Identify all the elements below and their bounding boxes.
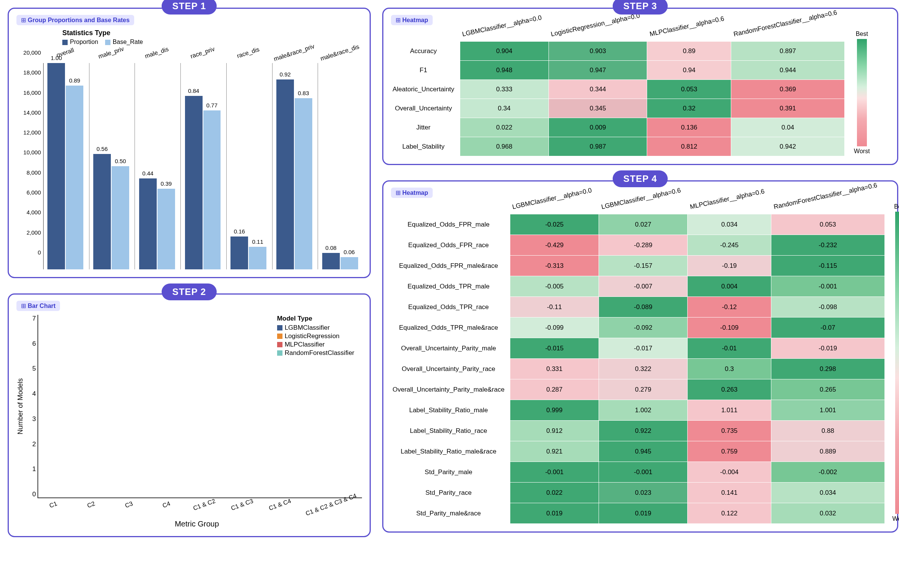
heatmap-row-header: Label_Stability_Ratio_male&race <box>391 441 510 462</box>
xtick: C4 <box>153 497 180 512</box>
bar: 0.56 <box>93 154 111 269</box>
bar-group: race_priv0.840.77 <box>180 49 225 269</box>
heatmap-col-header: LGBMClassifier__alpha=0.0 <box>457 11 547 41</box>
heatmap-cell: 0.945 <box>599 441 688 462</box>
bar: 0.84 <box>185 96 203 269</box>
heatmap-cell: -0.004 <box>688 462 771 483</box>
ytick: 2 <box>27 441 36 448</box>
heatmap-cell: -0.19 <box>688 256 771 276</box>
ytick: 6,000 <box>16 189 41 196</box>
heatmap-cell: -0.025 <box>510 214 599 235</box>
heatmap-row-header: Equalized_Odds_TPR_male <box>391 276 510 297</box>
heatmap-cell: 0.04 <box>731 118 844 137</box>
bars-area: 0.440.39 <box>135 63 179 269</box>
heatmap-cell: -0.429 <box>510 235 599 256</box>
bar: 0.16 <box>230 236 248 269</box>
heatmap-cell: 0.053 <box>647 80 731 99</box>
heatmap-cell: -0.098 <box>771 297 884 317</box>
bar-value-label: 0.56 <box>97 146 108 152</box>
heatmap-cell: 0.053 <box>771 214 884 235</box>
bar-group: male_priv0.560.50 <box>89 49 133 269</box>
heatmap-cell: -0.089 <box>599 297 688 317</box>
heatmap-cell: 0.019 <box>599 503 688 524</box>
bars-area: 0.080.06 <box>318 63 362 269</box>
bar-value-label: 0.92 <box>279 71 290 78</box>
heatmap-cell: 1.001 <box>771 400 884 421</box>
bars-area: 0.920.83 <box>272 63 316 269</box>
heatmap-cell: -0.12 <box>688 297 771 317</box>
heatmap-cell: 0.034 <box>771 483 884 503</box>
heatmap-row-header: Accuracy <box>391 42 460 61</box>
heatmap-cell: -0.017 <box>599 338 688 359</box>
heatmap-cell: 0.279 <box>599 379 688 400</box>
bar-value-label: 0.06 <box>344 249 355 255</box>
ytick: 6 <box>27 340 36 348</box>
heatmap-row-header: Label_Stability <box>391 137 460 156</box>
heatmap-cell: 0.94 <box>647 61 731 80</box>
ytick: 5 <box>27 365 36 373</box>
bar: 0.50 <box>112 166 129 269</box>
heatmap-cell: 1.011 <box>688 400 771 421</box>
heatmap-cell: -0.313 <box>510 256 599 276</box>
heatmap-row-header: F1 <box>391 61 460 80</box>
xtick: C1 & C2 <box>191 497 218 512</box>
heatmap-col-header: MLPClassifier__alpha=0.6 <box>644 12 729 42</box>
step2-xlabel: Metric Group <box>32 520 362 528</box>
colorbar-worst-label: Worst <box>854 146 870 156</box>
heatmap-cell: -0.109 <box>688 317 771 338</box>
ytick: 4 <box>27 390 36 398</box>
heatmap-cell: -0.01 <box>688 338 771 359</box>
step2-yaxis: 01234567 <box>27 315 37 498</box>
ytick: 10,000 <box>16 149 41 156</box>
swatch-baserate <box>105 40 110 45</box>
xtick: C3 <box>115 497 143 512</box>
ytick: 3 <box>27 415 36 423</box>
heatmap-cell: -0.092 <box>599 317 688 338</box>
heatmap-row-header: Equalized_Odds_FPR_male <box>391 214 510 235</box>
step3-container: STEP 3 Heatmap LGBMClassifier__alpha=0.0… <box>382 8 898 165</box>
bar-group: overall1.000.89 <box>43 49 88 269</box>
heatmap-cell: 0.922 <box>599 421 688 441</box>
colorbar-best-label: Best <box>856 29 868 39</box>
heatmap-row-header: Equalized_Odds_TPR_race <box>391 297 510 317</box>
heatmap-cell: 0.004 <box>688 276 771 297</box>
swatch-proportion <box>62 40 68 45</box>
step4-badge: STEP 4 <box>613 170 668 187</box>
step3-colorbar: Best Worst <box>852 29 871 156</box>
bar-group: male&race_dis0.080.06 <box>318 49 362 269</box>
heatmap-cell: 0.331 <box>510 359 599 379</box>
heatmap-cell: -0.019 <box>771 338 884 359</box>
heatmap-cell: 0.344 <box>548 80 647 99</box>
heatmap-cell: 0.948 <box>460 61 548 80</box>
heatmap-cell: 0.141 <box>688 483 771 503</box>
bar-value-label: 0.77 <box>206 102 217 109</box>
heatmap-cell: -0.099 <box>510 317 599 338</box>
swatch-rf <box>277 350 282 356</box>
heatmap-cell: 0.034 <box>688 214 771 235</box>
legend-item-rf: RandomForestClassifier <box>277 349 354 357</box>
heatmap-row-header: Overall_Uncertainty_Parity_male <box>391 338 510 359</box>
heatmap-cell: -0.007 <box>599 276 688 297</box>
step2-title: Bar Chart <box>16 301 60 311</box>
step4-panel: Heatmap LGBMClassifier__alpha=0.0LGBMCla… <box>382 180 898 533</box>
heatmap-cell: 0.265 <box>771 379 884 400</box>
bar: 0.83 <box>295 98 312 269</box>
heatmap-cell: 0.912 <box>510 421 599 441</box>
heatmap-cell: -0.07 <box>771 317 884 338</box>
bar-value-label: 0.83 <box>298 90 309 96</box>
heatmap-row-header: Overall_Uncertainty_Parity_male&race <box>391 379 510 400</box>
heatmap-cell: -0.289 <box>599 235 688 256</box>
heatmap-row-header: Jitter <box>391 118 460 137</box>
heatmap-cell: 0.968 <box>460 137 548 156</box>
heatmap-row-header: Equalized_Odds_FPR_male&race <box>391 256 510 276</box>
bar: 0.06 <box>341 257 358 269</box>
heatmap-cell: 0.34 <box>460 99 548 118</box>
swatch-mlp <box>277 342 282 347</box>
heatmap-cell: -0.001 <box>599 462 688 483</box>
group-label: race_dis <box>236 46 260 60</box>
heatmap-row-header: Aleatoric_Uncertainty <box>391 80 460 99</box>
step1-badge: STEP 1 <box>162 0 217 15</box>
step1-plot-area: overall1.000.89male_priv0.560.50male_dis… <box>43 49 362 269</box>
heatmap-row-header: Equalized_Odds_TPR_male&race <box>391 317 510 338</box>
heatmap-cell: 0.391 <box>731 99 844 118</box>
